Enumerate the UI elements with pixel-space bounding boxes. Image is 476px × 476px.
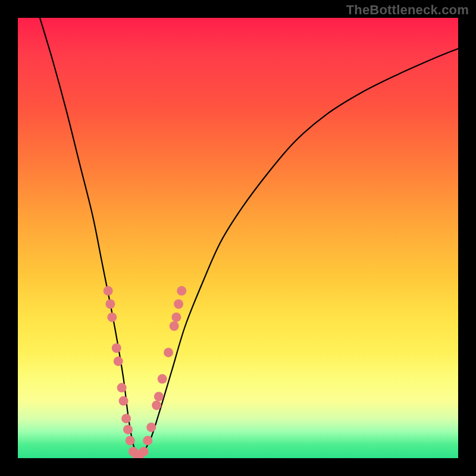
bottleneck-curve [40, 18, 458, 455]
highlight-dot [143, 436, 152, 445]
highlight-dot [121, 414, 131, 423]
watermark-text: TheBottleneck.com [346, 2, 469, 18]
highlight-dot [146, 422, 156, 432]
highlight-dot [117, 383, 127, 393]
chart-container: TheBottleneck.com [0, 0, 476, 476]
curve-layer [18, 18, 458, 458]
highlight-dot [104, 286, 113, 296]
highlight-dot [114, 356, 123, 366]
highlight-dot [107, 312, 117, 322]
highlight-dot [177, 286, 186, 296]
highlight-dot [170, 321, 179, 331]
highlight-dot [174, 299, 183, 309]
highlight-dot [164, 347, 173, 357]
highlight-dots [104, 286, 187, 458]
highlight-dot [123, 425, 133, 434]
highlight-dot [119, 396, 129, 406]
highlight-dot [171, 312, 181, 322]
highlight-dot [158, 374, 167, 384]
plot-area [18, 18, 458, 458]
highlight-dot [126, 436, 135, 445]
highlight-dot [152, 400, 161, 410]
highlight-dot [112, 343, 121, 353]
highlight-dot [139, 447, 149, 456]
highlight-dot [154, 392, 164, 401]
highlight-dot [105, 299, 115, 309]
